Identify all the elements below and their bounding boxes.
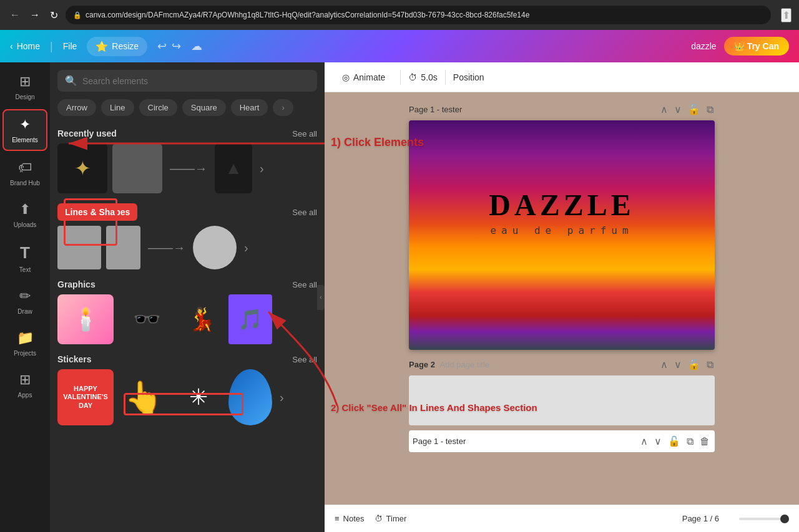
sidebar-item-draw[interactable]: ✏ Draw — [2, 282, 47, 321]
page-2-down[interactable]: ∨ — [673, 357, 683, 372]
page-2-lock[interactable]: 🔓 — [687, 357, 702, 372]
lines-shapes-title: Lines & Shapes — [57, 203, 137, 221]
elements-icon: ✦ — [19, 117, 31, 133]
page-1-duplicate[interactable]: ⧉ — [705, 102, 715, 117]
design-canvas-1[interactable]: DAZZLE eau de parfum — [409, 120, 715, 350]
recently-used-header: Recently used See all — [57, 128, 317, 138]
sidebar-design-label: Design — [15, 94, 34, 100]
page-1-header: Page 1 - tester ∧ ∨ 🔓 ⧉ — [409, 102, 715, 117]
url-text: canva.com/design/DAFmcmAZya4/R7ApOWhhg1q… — [86, 11, 529, 19]
stickers-see-all[interactable]: See all — [292, 355, 317, 364]
page-2-item: Page 2 Add page title ∧ ∨ 🔓 ⧉ Page 1 - t… — [409, 357, 715, 452]
thumb-up[interactable]: ∧ — [639, 434, 649, 448]
shape-rect-1[interactable] — [106, 226, 140, 269]
dark-shape-preview: ▲ — [215, 143, 252, 193]
animate-label: Animate — [353, 72, 385, 82]
thumb-dup[interactable]: ⧉ — [685, 434, 695, 448]
notes-button[interactable]: ≡ Notes — [335, 514, 365, 523]
filter-square[interactable]: Square — [182, 99, 226, 116]
collapse-handle[interactable]: ‹ — [317, 285, 325, 310]
page-1-title: Page 1 - tester — [409, 105, 462, 114]
shape-circle-1[interactable] — [193, 226, 237, 269]
time-value: 5.0s — [421, 72, 437, 82]
sidebar-item-brand[interactable]: 🏷 Brand Hub — [2, 153, 47, 193]
position-button[interactable]: Position — [453, 72, 484, 82]
page-1-controls: ∧ ∨ 🔓 ⧉ — [659, 102, 715, 117]
filter-line[interactable]: Line — [101, 99, 134, 116]
undo-button[interactable]: ↩ — [157, 39, 167, 53]
page-1-up[interactable]: ∧ — [659, 102, 669, 117]
sidebar-item-apps[interactable]: ⊞ Apps — [2, 365, 47, 405]
cloud-save-button[interactable]: ☁ — [191, 39, 202, 53]
shapes-scroll-right[interactable]: › — [244, 241, 248, 255]
canvas-toolbar: ◎ Animate ⏱ 5.0s Position — [325, 62, 799, 92]
filter-heart[interactable]: Heart — [231, 99, 268, 116]
try-canva-button[interactable]: 👑 Try Can — [724, 37, 789, 56]
graphics-see-all[interactable]: See all — [292, 280, 317, 289]
lines-shapes-grid: ——→ › — [57, 226, 317, 269]
recent-arrow: ——→ — [170, 162, 207, 176]
graphic-candle[interactable]: 🕯️ — [57, 294, 114, 344]
page-2-up[interactable]: ∧ — [659, 357, 669, 372]
timer-button[interactable]: ⏱ Timer — [375, 514, 407, 523]
sidebar-item-elements[interactable]: ✦ Elements — [2, 109, 47, 151]
back-button[interactable]: ← — [7, 7, 22, 23]
share-button[interactable]: ⬆ — [781, 8, 792, 22]
shape-square-1[interactable] — [57, 226, 101, 269]
search-input[interactable] — [82, 76, 310, 86]
graphics-header: Graphics See all — [57, 279, 317, 289]
graphic-sunglasses[interactable]: 🕶️ — [119, 294, 175, 344]
sidebar-elements-label: Elements — [12, 137, 38, 143]
sidebar-text-label: Text — [19, 266, 31, 273]
star-icon: ⭐ — [96, 41, 108, 52]
recent-item-ornament[interactable]: ✦ — [57, 143, 107, 193]
resize-button[interactable]: ⭐ Resize — [87, 37, 147, 56]
panel-scroll: Recently used See all ✦ ——→ ▲ › Lines & … — [50, 123, 325, 532]
design-canvas-2[interactable] — [409, 375, 715, 425]
sidebar-item-design[interactable]: ⊞ Design — [2, 67, 47, 107]
lines-shapes-see-all[interactable]: See all — [292, 208, 317, 217]
refresh-button[interactable]: ↻ — [47, 7, 61, 24]
thumb-delete[interactable]: 🗑 — [699, 434, 711, 448]
search-bar[interactable]: 🔍 — [57, 70, 317, 92]
resize-label: Resize — [112, 41, 139, 51]
graphics-grid: 🕯️ 🕶️ 💃 🎵 › — [57, 294, 317, 344]
sidebar-item-text[interactable]: T Text — [2, 237, 47, 279]
thumb-lock[interactable]: 🔓 — [667, 434, 682, 448]
recent-item-dark[interactable]: ▲ — [215, 143, 252, 193]
zoom-slider[interactable] — [739, 518, 789, 520]
sticker-hand[interactable]: 👆 — [119, 369, 169, 425]
dazzle-text: DAZZLE — [489, 188, 634, 222]
page-2-duplicate[interactable]: ⧉ — [705, 357, 715, 372]
address-bar[interactable]: 🔒 canva.com/design/DAFmcmAZya4/R7ApOWhhg… — [66, 6, 771, 24]
notes-icon: ≡ — [335, 514, 340, 523]
recently-used-see-all[interactable]: See all — [292, 129, 317, 138]
scroll-right-icon[interactable]: › — [260, 162, 264, 176]
file-button[interactable]: File — [63, 41, 77, 51]
page-1-lock[interactable]: 🔓 — [687, 102, 702, 117]
toolbar-time: ⏱ 5.0s — [408, 72, 437, 82]
sticker-star[interactable]: ✳ — [174, 369, 223, 425]
sticker-valentine[interactable]: HAPPYVALENTINE'SDAY — [57, 369, 114, 425]
page-2-subtitle: Add page title — [440, 360, 490, 369]
sidebar-item-projects[interactable]: 📁 Projects — [2, 324, 47, 363]
forward-button[interactable]: → — [27, 7, 42, 23]
stickers-scroll-right[interactable]: › — [280, 390, 284, 405]
back-home-button[interactable]: ‹ Home — [10, 41, 40, 51]
page-1-down[interactable]: ∨ — [673, 102, 683, 117]
text-icon: T — [20, 243, 30, 263]
recent-item-gray[interactable] — [112, 143, 162, 193]
redo-button[interactable]: ↪ — [172, 39, 181, 53]
graphics-scroll-right[interactable]: › — [280, 312, 284, 327]
sticker-blue[interactable] — [228, 369, 272, 425]
sidebar-item-uploads[interactable]: ⬆ Uploads — [2, 195, 47, 235]
graphic-dancer[interactable]: 💃 — [180, 294, 223, 344]
graphic-purple[interactable]: 🎵 — [228, 294, 272, 344]
animate-button[interactable]: ◎ Animate — [335, 69, 393, 86]
projects-icon: 📁 — [17, 330, 34, 346]
thumb-down[interactable]: ∨ — [653, 434, 663, 448]
header-divider: | — [50, 40, 53, 53]
filter-arrow[interactable]: Arrow — [57, 99, 96, 116]
filter-more[interactable]: › — [273, 99, 293, 116]
filter-circle[interactable]: Circle — [139, 99, 177, 116]
